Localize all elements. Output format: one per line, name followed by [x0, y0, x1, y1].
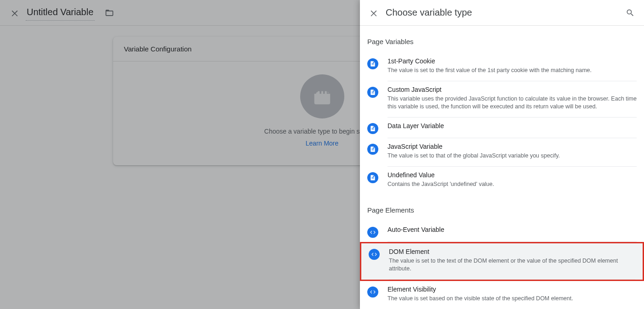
search-button[interactable] [621, 4, 639, 22]
variable-type-dom-element[interactable]: DOM ElementThe value is set to the text … [360, 242, 644, 281]
variable-type-title: 1st-Party Cookie [388, 57, 637, 65]
variable-type-title: JavaScript Variable [388, 143, 637, 150]
variable-type-panel: Choose variable type Page Variables1st-P… [360, 0, 644, 309]
variable-type-description: Contains the JavaScript 'undefined' valu… [388, 180, 637, 188]
panel-header: Choose variable type [360, 0, 644, 26]
document-icon [367, 144, 378, 155]
search-icon [626, 8, 635, 17]
document-icon [367, 87, 378, 98]
variable-type-custom-javascript[interactable]: Custom JavaScriptThis variable uses the … [360, 81, 644, 118]
variable-type-description: The value is set to the first value of t… [388, 67, 637, 74]
variable-type-element-visibility[interactable]: Element VisibilityThe value is set based… [360, 281, 644, 309]
variable-type-title: Element Visibility [388, 286, 637, 293]
variable-type-data-layer-variable[interactable]: Data Layer Variable [360, 118, 644, 138]
variable-type-title: Undefined Value [388, 171, 637, 179]
variable-type-description: The value is set based on the visible st… [388, 295, 637, 303]
variable-type-title: Custom JavaScript [388, 86, 637, 93]
document-icon [367, 172, 378, 183]
panel-title: Choose variable type [386, 7, 621, 18]
variable-type-first-party-cookie[interactable]: 1st-Party CookieThe value is set to the … [360, 53, 644, 81]
close-panel-button[interactable] [365, 4, 383, 22]
variable-type-undefined-value[interactable]: Undefined ValueContains the JavaScript '… [360, 167, 644, 195]
code-icon [369, 249, 380, 260]
variable-type-description: The value is set to that of the global J… [388, 152, 637, 160]
section-title: Page Elements [360, 194, 644, 221]
variable-type-title: Data Layer Variable [388, 122, 637, 129]
document-icon [367, 123, 378, 134]
section-title: Page Variables [360, 35, 644, 53]
variable-type-title: DOM Element [389, 248, 635, 255]
variable-type-auto-event-variable[interactable]: Auto-Event Variable [360, 221, 644, 242]
code-icon [367, 287, 378, 298]
code-icon [367, 227, 378, 238]
variable-type-description: This variable uses the provided JavaScri… [388, 95, 637, 111]
document-icon [367, 58, 378, 69]
close-icon [369, 8, 378, 17]
panel-body[interactable]: Page Variables1st-Party CookieThe value … [360, 26, 644, 309]
variable-type-description: The value is set to the text of the DOM … [389, 257, 635, 273]
variable-type-title: Auto-Event Variable [388, 226, 637, 233]
variable-type-javascript-variable[interactable]: JavaScript VariableThe value is set to t… [360, 138, 644, 167]
